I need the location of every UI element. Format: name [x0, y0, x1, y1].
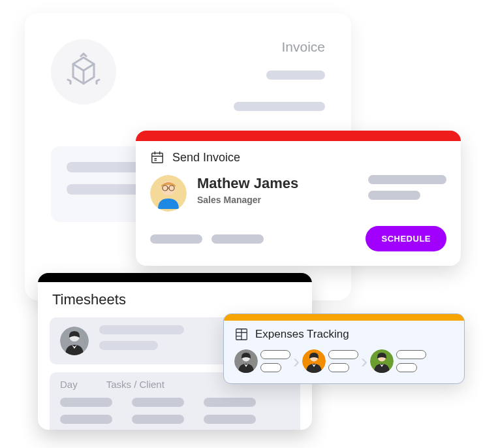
invoice-header: Invoice: [51, 39, 325, 114]
placeholder-line: [99, 341, 158, 350]
send-invoice-title: Send Invoice: [172, 151, 240, 165]
table-row: [60, 398, 290, 407]
expenses-flow: › ›: [224, 345, 464, 383]
column-header-tasks: Tasks / Client: [106, 379, 164, 390]
accent-bar: [38, 273, 312, 282]
user-avatar: [60, 327, 89, 355]
company-logo: [51, 39, 116, 104]
placeholder-cell: [60, 398, 112, 407]
cube-logo-icon: [64, 52, 103, 91]
invoice-title: Invoice: [234, 39, 325, 55]
schedule-button[interactable]: SCHEDULE: [366, 226, 446, 251]
expenses-title: Expenses Tracking: [255, 328, 349, 341]
expenses-header: Expenses Tracking: [224, 321, 464, 345]
placeholder-cell: [60, 415, 112, 424]
placeholder-cell: [132, 415, 184, 424]
person-info: Mathew James Sales Manager: [197, 175, 298, 205]
placeholder-line: [99, 325, 184, 334]
flow-pill: [328, 350, 358, 359]
accent-bar: [224, 314, 464, 321]
timesheets-title: Timesheets: [38, 282, 312, 317]
send-invoice-card: Send Invoice Mathew James Sales Manager: [136, 131, 461, 266]
chevron-right-icon: ›: [293, 351, 300, 371]
send-invoice-header: Send Invoice: [136, 141, 461, 171]
placeholder-line: [368, 191, 420, 200]
table-row: [60, 415, 290, 424]
placeholder-cell: [132, 398, 184, 407]
flow-pill: [396, 350, 426, 359]
chevron-right-icon: ›: [361, 351, 367, 371]
svg-rect-0: [152, 153, 163, 163]
calendar-icon: [150, 150, 164, 165]
user-avatar: [150, 175, 187, 212]
flow-pill: [260, 350, 290, 359]
flow-avatar-1: [234, 349, 258, 373]
person-name: Mathew James: [197, 175, 298, 192]
flow-pill: [260, 363, 281, 372]
flow-pill: [328, 363, 349, 372]
flow-pill: [396, 363, 417, 372]
placeholder-line: [211, 234, 264, 244]
column-header-day: Day: [60, 379, 78, 390]
flow-avatar-3: [370, 349, 394, 373]
flow-avatar-2: [302, 349, 326, 373]
placeholder-line: [266, 71, 325, 80]
expenses-tracking-card: Expenses Tracking ›: [223, 313, 465, 384]
placeholder-line: [368, 175, 446, 184]
placeholder-line: [234, 102, 325, 111]
placeholder-line: [150, 234, 202, 244]
person-role: Sales Manager: [197, 195, 298, 205]
accent-bar: [136, 131, 461, 141]
grid-icon: [234, 327, 249, 342]
placeholder-cell: [204, 415, 256, 424]
placeholder-cell: [204, 398, 256, 407]
